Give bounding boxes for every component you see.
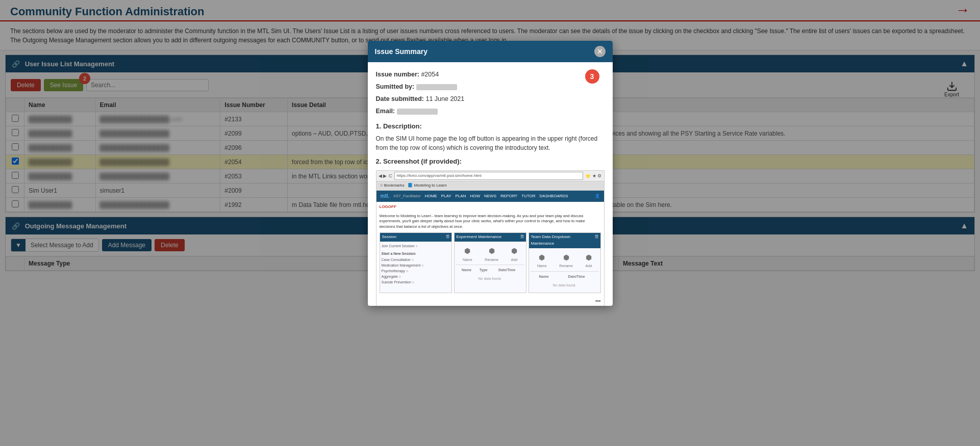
mtl-logo: mtl. <box>381 192 390 200</box>
nav-report: REPORT <box>500 193 517 200</box>
browser-bookmarks: ☆ Bookmarks 📘 Modeling to Learn <box>376 181 604 191</box>
modal-backdrop: Issue Summary ✕ 3 Issue number: #2054 Su… <box>0 0 980 446</box>
modal-body: 3 Issue number: #2054 Sumitted by: Date … <box>368 62 613 306</box>
card3-title: Team Data Dropdown Maintenance <box>531 234 595 247</box>
browser-nav: mtl. #S7_Facilitator HOME PLAY PLAN HOW … <box>376 191 604 202</box>
section2-title: 2. Screenshot (if provided): <box>376 156 605 167</box>
email-row: Email: <box>376 106 605 116</box>
card3-icon: ☰ <box>595 234 598 247</box>
browser-body-text: Welcome to Modeling to Learn - team lear… <box>376 213 604 232</box>
section1-title: 1. Description: <box>376 121 605 132</box>
browser-url: https://forio.com/app/va/mtl-psd-sim/hom… <box>394 172 584 180</box>
nav-news: NEWS <box>484 193 496 200</box>
modal-title: Issue Summary <box>375 47 428 56</box>
card2-icon: ☰ <box>520 234 524 241</box>
nav-how: HOW <box>470 193 480 200</box>
nav-home: HOME <box>425 193 437 200</box>
submitted-by-value <box>416 84 457 90</box>
card2-title: Experiment Maintenance <box>457 234 502 241</box>
date-submitted-row: Date submitted: 11 June 2021 <box>376 94 605 104</box>
card-session: Session ☰ Join Current Session ○ Start a… <box>380 232 452 293</box>
email-label: Email: <box>376 108 395 115</box>
card-experiment: Experiment Maintenance ☰ ⬢ Name <box>454 232 526 293</box>
card3-content: ⬢ Name ⬢ Rename ⬢ Add <box>529 248 600 293</box>
issue-number-row: Issue number: #2054 <box>376 69 605 80</box>
issue-number-label: Issue number: <box>376 71 419 78</box>
badge-3: 3 <box>585 69 599 84</box>
email-value <box>397 109 438 115</box>
logoff-label: LOGOFF <box>376 202 604 213</box>
nav-dash: DASHBOARDS <box>540 193 568 200</box>
card-team-data: Team Data Dropdown Maintenance ☰ ⬢ Name <box>529 232 601 293</box>
browser-bar: ◀ ▶ C https://forio.com/app/va/mtl-psd-s… <box>376 171 604 182</box>
card2-content: ⬢ Name ⬢ Rename ⬢ Add <box>455 242 526 286</box>
submitted-by-row: Sumitted by: <box>376 82 605 92</box>
nav-facilitator: #S7_Facilitator <box>393 193 420 200</box>
card1-content: Join Current Session ○ Start a New Sessi… <box>380 242 451 286</box>
nav-avatar: 👤 <box>595 193 600 200</box>
nav-plan: PLAN <box>456 193 466 200</box>
nav-play: PLAY <box>441 193 451 200</box>
issue-summary-modal: Issue Summary ✕ 3 Issue number: #2054 Su… <box>368 41 613 306</box>
issue-number-value: #2054 <box>421 71 439 78</box>
card1-title: Session <box>382 234 396 241</box>
browser-cards: Session ☰ Join Current Session ○ Start a… <box>376 231 604 296</box>
card1-icon: ☰ <box>446 234 449 241</box>
scroll-dots: ••• <box>376 296 604 306</box>
date-submitted-label: Date submitted: <box>376 95 424 102</box>
modal-close-button[interactable]: ✕ <box>594 46 606 57</box>
date-submitted-value: 11 June 2021 <box>425 95 464 102</box>
description-text-modal: On the SIM UI home page the log off butt… <box>376 134 605 152</box>
nav-tutor: TUTOR <box>521 193 535 200</box>
screenshot-browser: ◀ ▶ C https://forio.com/app/va/mtl-psd-s… <box>376 170 605 306</box>
submitted-by-label: Sumitted by: <box>376 83 415 90</box>
modal-header: Issue Summary ✕ <box>368 41 613 62</box>
